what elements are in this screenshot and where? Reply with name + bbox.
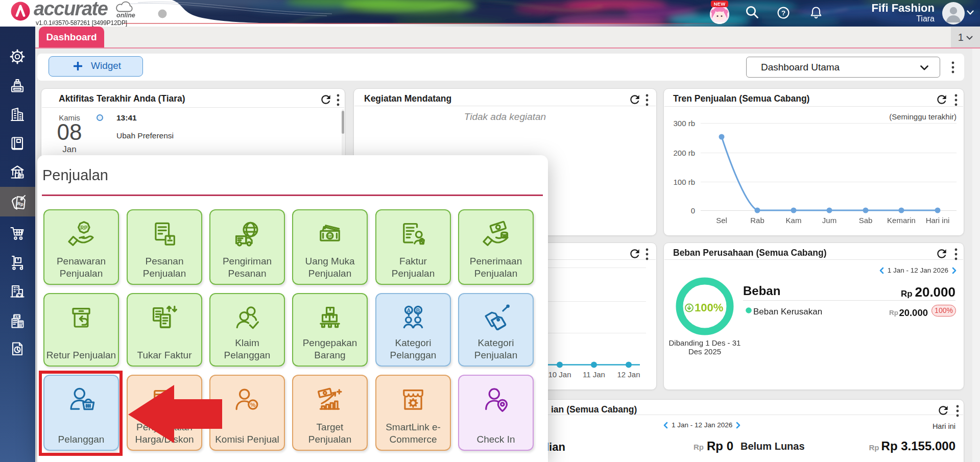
svg-text:?: ? (781, 9, 785, 17)
svg-text:TAX: TAX (14, 315, 20, 319)
svg-text:RP: RP (327, 234, 332, 238)
svg-text:Rp: Rp (17, 201, 23, 207)
svg-text:A: A (407, 307, 411, 313)
svg-text:RP: RP (80, 225, 87, 231)
svg-text:B: B (416, 307, 420, 313)
svg-text:%: % (250, 401, 256, 408)
